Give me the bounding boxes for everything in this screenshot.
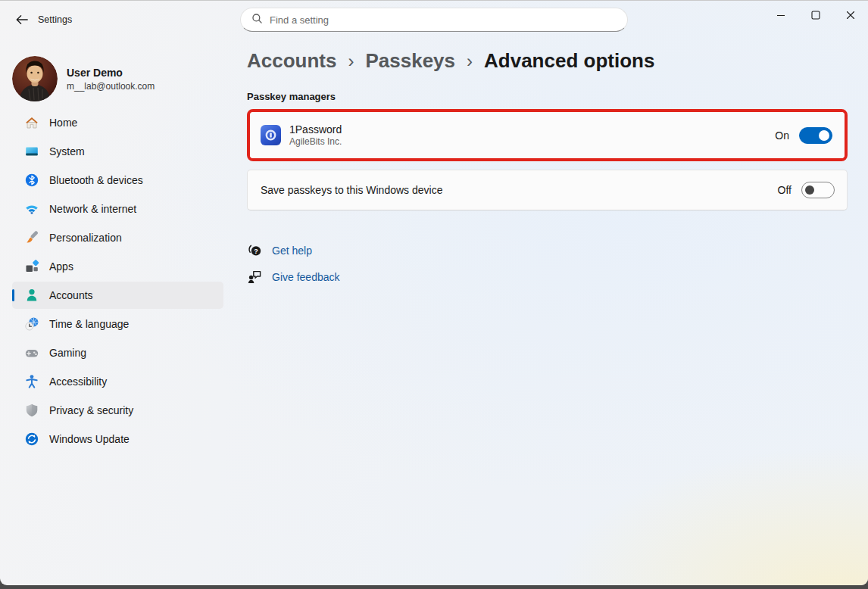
save-passkeys-row[interactable]: Save passkeys to this Windows device Off	[247, 170, 848, 210]
give-feedback-link[interactable]: Give feedback	[247, 269, 340, 285]
sidebar-item-windows-update[interactable]: Windows Update	[12, 425, 223, 453]
toggle-knob	[819, 130, 829, 141]
get-help-icon: ?	[247, 242, 263, 258]
gaming-icon	[24, 345, 39, 360]
accessibility-icon	[24, 374, 39, 389]
search-box[interactable]	[240, 8, 628, 32]
section-label: Passkey managers	[247, 91, 868, 102]
footer-links: ? Get help Give feedback	[247, 242, 868, 285]
user-name: User Demo	[67, 67, 155, 79]
sidebar-item-personalization[interactable]: Personalization	[12, 224, 223, 251]
sidebar-item-label: Privacy & security	[49, 404, 133, 416]
sidebar-item-label: Gaming	[49, 347, 86, 359]
minimize-button[interactable]	[763, 1, 798, 30]
time-language-icon	[24, 316, 39, 332]
save-passkeys-toggle[interactable]	[801, 182, 835, 198]
close-button[interactable]	[833, 1, 868, 30]
selection-pill	[12, 289, 14, 301]
svg-text:?: ?	[254, 248, 258, 255]
back-button[interactable]	[11, 11, 33, 30]
search-icon	[251, 13, 263, 27]
user-info: User Demo m__lab@outlook.com	[67, 67, 155, 92]
breadcrumb-accounts[interactable]: Accounts	[247, 48, 336, 73]
sidebar-item-label: Time & language	[49, 318, 129, 330]
sidebar-item-label: System	[49, 145, 85, 157]
passkey-manager-row[interactable]: 1Password AgileBits Inc. On	[250, 112, 845, 158]
manager-vendor: AgileBits Inc.	[289, 136, 342, 148]
maximize-button[interactable]	[798, 1, 833, 30]
sidebar-item-label: Network & internet	[49, 203, 136, 215]
paintbrush-icon	[24, 230, 39, 245]
page-title: Advanced options	[484, 48, 654, 73]
sidebar-item-gaming[interactable]: Gaming	[12, 339, 223, 366]
back-arrow-icon	[15, 14, 29, 28]
row-text: 1Password AgileBits Inc.	[289, 123, 342, 148]
system-icon	[24, 144, 39, 159]
search-input[interactable]	[270, 14, 617, 26]
sidebar-item-system[interactable]: System	[12, 138, 223, 165]
sidebar-item-label: Home	[49, 117, 77, 129]
sidebar-item-label: Apps	[49, 260, 73, 273]
user-email: m__lab@outlook.com	[67, 81, 155, 92]
sidebar-item-label: Accounts	[49, 289, 93, 301]
sidebar-item-accounts[interactable]: Accounts	[12, 282, 223, 309]
sidebar-item-label: Accessibility	[49, 376, 107, 388]
breadcrumb-passkeys[interactable]: Passkeys	[365, 48, 455, 73]
apps-icon	[24, 259, 39, 274]
sidebar-nav: Home System	[0, 109, 227, 453]
sidebar-item-accessibility[interactable]: Accessibility	[12, 368, 223, 395]
manager-toggle-state: On	[775, 129, 789, 142]
breadcrumb-separator: ›	[467, 48, 473, 73]
sidebar-item-network-internet[interactable]: Network & internet	[12, 195, 223, 223]
titlebar: Settings	[0, 1, 868, 39]
manager-name: 1Password	[289, 123, 342, 136]
main-content: Accounts › Passkeys › Advanced options P…	[227, 39, 868, 585]
save-passkeys-label: Save passkeys to this Windows device	[261, 183, 442, 197]
sidebar: User Demo m__lab@outlook.com Home	[0, 39, 227, 585]
settings-window: Settings	[0, 0, 868, 585]
windows-update-icon	[24, 432, 39, 447]
annotation-highlight-box: 1Password AgileBits Inc. On	[247, 109, 848, 161]
toggle-knob	[805, 185, 814, 195]
avatar	[12, 56, 58, 101]
sidebar-item-label: Windows Update	[49, 433, 130, 445]
give-feedback-icon	[247, 269, 263, 285]
sidebar-item-bluetooth-devices[interactable]: Bluetooth & devices	[12, 167, 223, 194]
sidebar-item-privacy-security[interactable]: Privacy & security	[12, 397, 223, 424]
give-feedback-label: Give feedback	[272, 271, 340, 283]
breadcrumb: Accounts › Passkeys › Advanced options	[247, 48, 868, 73]
manager-toggle[interactable]	[799, 127, 832, 144]
get-help-link[interactable]: ? Get help	[247, 242, 312, 258]
app-title: Settings	[38, 14, 72, 25]
save-passkeys-toggle-state: Off	[778, 184, 792, 196]
accounts-icon	[24, 288, 39, 303]
sidebar-item-label: Bluetooth & devices	[49, 174, 143, 186]
wifi-icon	[24, 201, 39, 217]
sidebar-item-home[interactable]: Home	[12, 109, 223, 136]
home-icon	[24, 115, 39, 130]
breadcrumb-separator: ›	[348, 48, 354, 73]
sidebar-item-time-language[interactable]: Time & language	[12, 310, 223, 338]
window-controls	[763, 1, 868, 31]
get-help-label: Get help	[272, 245, 312, 257]
sidebar-item-label: Personalization	[49, 232, 122, 244]
sidebar-item-apps[interactable]: Apps	[12, 253, 223, 280]
bluetooth-icon	[24, 173, 39, 188]
user-profile[interactable]: User Demo m__lab@outlook.com	[12, 56, 220, 101]
1password-app-icon	[261, 125, 281, 145]
shield-icon	[24, 403, 39, 418]
